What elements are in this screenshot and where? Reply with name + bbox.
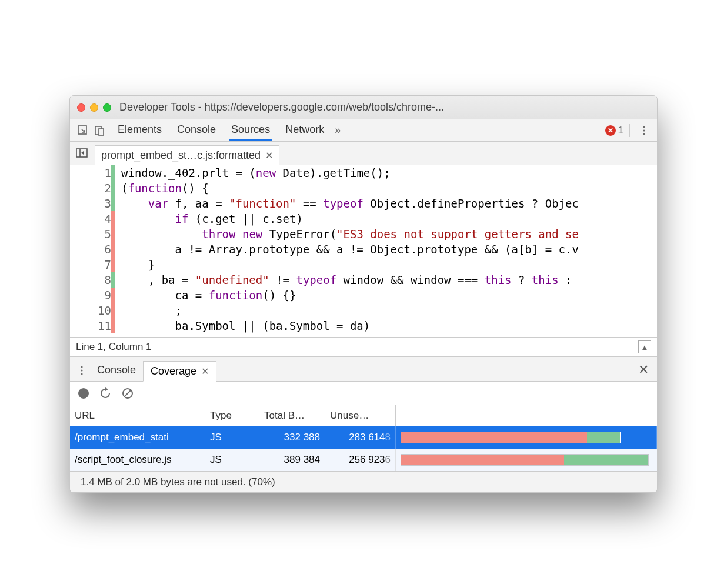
close-drawer-tab-icon[interactable]: ✕ xyxy=(201,366,209,377)
cursor-position: Line 1, Column 1 xyxy=(76,341,152,353)
editor-code[interactable]: window._402.prlt = (new Date).getTime();… xyxy=(115,165,657,337)
gutter-line[interactable]: 2 xyxy=(70,181,115,196)
code-line[interactable]: a != Array.prototype && a != Object.prot… xyxy=(121,242,657,257)
record-icon[interactable] xyxy=(78,388,89,399)
clear-icon[interactable] xyxy=(122,387,134,399)
coverage-used-marker xyxy=(111,165,115,181)
code-line[interactable]: var f, aa = "function" == typeof Object.… xyxy=(121,196,657,211)
editor-status-bar: Line 1, Column 1 ▲ xyxy=(70,337,657,357)
cell-usage-bar xyxy=(396,426,657,449)
cell-url: /prompt_embed_stati xyxy=(70,426,205,449)
main-toolbar: Elements Console Sources Network » ✕ 1 xyxy=(70,119,657,142)
code-line[interactable]: throw new TypeError("ES3 does not suppor… xyxy=(121,226,657,242)
gutter-line[interactable]: 6 xyxy=(70,242,115,257)
code-line[interactable]: ba.Symbol || (ba.Symbol = da) xyxy=(121,318,657,333)
svg-line-12 xyxy=(124,390,131,397)
close-drawer-icon[interactable]: ✕ xyxy=(638,362,653,377)
gutter-line[interactable]: 5 xyxy=(70,226,115,242)
svg-point-4 xyxy=(643,129,645,131)
drawer-tabs: Console Coverage ✕ ✕ xyxy=(70,357,657,382)
coverage-summary: 1.4 MB of 2.0 MB bytes are not used. (70… xyxy=(70,471,657,492)
cell-type: JS xyxy=(205,449,259,471)
gutter-line[interactable]: 8 xyxy=(70,272,115,288)
coverage-used-marker xyxy=(111,196,115,211)
coverage-table-header: URL Type Total B… Unuse… xyxy=(70,405,657,426)
cell-type: JS xyxy=(205,426,259,449)
inspect-element-icon[interactable] xyxy=(75,122,91,139)
coverage-used-marker xyxy=(111,181,115,196)
drawer-tab-coverage[interactable]: Coverage ✕ xyxy=(143,361,216,382)
file-tab[interactable]: prompt_embed_st…c.js:formatted ✕ xyxy=(95,145,279,165)
col-unused-bytes[interactable]: Unuse… xyxy=(325,405,396,426)
coverage-summary-text: 1.4 MB of 2.0 MB bytes are not used. (70… xyxy=(81,476,275,488)
error-badge[interactable]: ✕ 1 xyxy=(605,125,623,136)
tab-console[interactable]: Console xyxy=(175,120,218,141)
col-url[interactable]: URL xyxy=(70,405,205,426)
error-icon: ✕ xyxy=(605,125,616,136)
code-line[interactable]: } xyxy=(121,257,657,272)
cell-total-bytes: 389 384 xyxy=(259,449,325,471)
zoom-window-icon[interactable] xyxy=(103,103,111,112)
coverage-unused-marker xyxy=(111,288,115,303)
drawer-more-icon[interactable] xyxy=(74,362,90,379)
more-tabs-icon[interactable]: » xyxy=(335,124,341,136)
bar-unused xyxy=(401,455,564,465)
toggle-device-icon[interactable] xyxy=(91,122,108,139)
error-count: 1 xyxy=(618,125,623,136)
settings-menu-icon[interactable] xyxy=(636,122,652,139)
svg-rect-2 xyxy=(99,129,104,135)
close-window-icon[interactable] xyxy=(77,103,85,112)
editor-gutter: 1234567891011 xyxy=(70,165,115,337)
col-type[interactable]: Type xyxy=(205,405,259,426)
svg-point-3 xyxy=(643,126,645,128)
coverage-unused-marker xyxy=(111,318,115,333)
col-visualization[interactable] xyxy=(396,405,657,426)
cell-url: /script_foot_closure.js xyxy=(70,449,205,471)
minimize-window-icon[interactable] xyxy=(90,103,98,112)
coverage-table: URL Type Total B… Unuse… /prompt_embed_s… xyxy=(70,405,657,471)
gutter-line[interactable]: 7 xyxy=(70,257,115,272)
coverage-unused-marker xyxy=(111,257,115,272)
tab-elements[interactable]: Elements xyxy=(115,120,164,141)
gutter-line[interactable]: 10 xyxy=(70,303,115,318)
coverage-unused-marker xyxy=(111,242,115,257)
bar-unused xyxy=(401,432,587,443)
svg-point-10 xyxy=(81,373,82,375)
coverage-unused-marker xyxy=(111,303,115,318)
close-file-icon[interactable]: ✕ xyxy=(265,150,273,161)
show-drawer-icon[interactable]: ▲ xyxy=(638,340,651,353)
tab-network[interactable]: Network xyxy=(283,120,326,141)
coverage-row[interactable]: /prompt_embed_statiJS332 388283 614 8 xyxy=(70,426,657,449)
bar-used xyxy=(587,432,620,443)
gutter-line[interactable]: 3 xyxy=(70,196,115,211)
gutter-line[interactable]: 4 xyxy=(70,211,115,226)
cell-unused-bytes: 283 614 8 xyxy=(325,426,396,449)
show-navigator-icon[interactable] xyxy=(74,144,91,162)
gutter-line[interactable]: 11 xyxy=(70,318,115,333)
coverage-used-marker xyxy=(111,272,115,288)
coverage-row[interactable]: /script_foot_closure.jsJS389 384256 923 … xyxy=(70,449,657,471)
code-line[interactable]: (function() { xyxy=(121,181,657,196)
coverage-unused-marker xyxy=(111,211,115,226)
file-tab-label: prompt_embed_st…c.js:formatted xyxy=(101,149,261,162)
divider xyxy=(629,124,630,137)
code-line[interactable]: ca = function() {} xyxy=(121,288,657,303)
divider xyxy=(108,124,108,137)
code-line[interactable]: ; xyxy=(121,303,657,318)
devtools-window: Developer Tools - https://developers.goo… xyxy=(69,95,658,493)
code-line[interactable]: window._402.prlt = (new Date).getTime(); xyxy=(121,165,657,181)
gutter-line[interactable]: 9 xyxy=(70,288,115,303)
drawer-tab-console[interactable]: Console xyxy=(90,359,143,381)
col-total-bytes[interactable]: Total B… xyxy=(259,405,325,426)
gutter-line[interactable]: 1 xyxy=(70,165,115,181)
code-line[interactable]: , ba = "undefined" != typeof window && w… xyxy=(121,272,657,288)
svg-point-5 xyxy=(643,133,645,135)
tab-sources[interactable]: Sources xyxy=(229,120,272,141)
source-editor[interactable]: 1234567891011 window._402.prlt = (new Da… xyxy=(70,165,657,337)
code-line[interactable]: if (c.get || c.set) xyxy=(121,211,657,226)
reload-icon[interactable] xyxy=(99,387,111,399)
drawer-tab-label: Coverage xyxy=(151,365,196,377)
svg-point-9 xyxy=(81,369,82,371)
bar-used xyxy=(564,455,648,465)
cell-unused-bytes: 256 923 6 xyxy=(325,449,396,471)
